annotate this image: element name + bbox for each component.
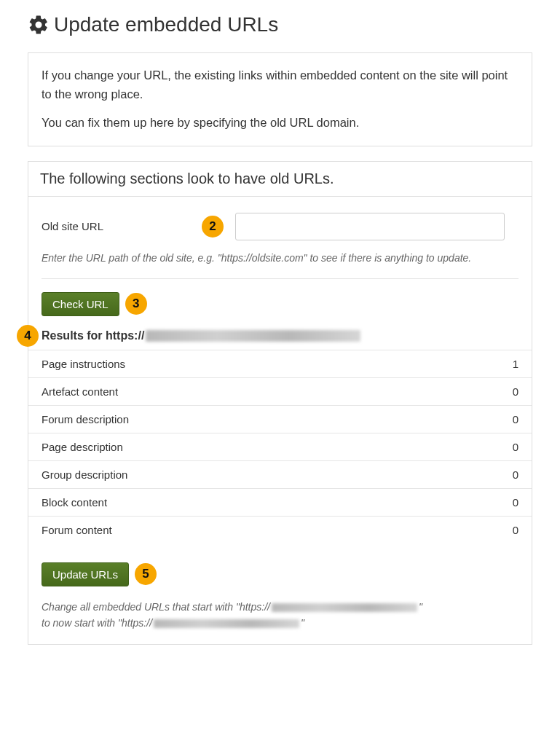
table-row: Artefact content 0 [28,377,532,405]
update-hint-line1b: " [419,601,422,613]
row-label: Group description [42,468,127,481]
table-row: Block content 0 [28,488,532,516]
update-hint-line2a: to now start with "https:// [42,617,152,629]
step-badge-3: 3 [125,293,147,315]
row-label: Artefact content [42,385,118,398]
table-row: Forum description 0 [28,405,532,433]
table-row: Page instructions 1 [28,350,532,377]
results-heading-row: 4 Results for https:// [28,329,532,347]
info-paragraph-2: You can fix them up here by specifying t… [42,114,518,133]
update-hint-line2b: " [301,617,304,629]
old-site-url-label: Old site URL [42,220,202,232]
row-count: 0 [513,524,518,536]
old-urls-section: The following sections look to have old … [28,161,532,645]
page-title-text: Update embedded URLs [54,13,278,36]
old-site-url-hint: Enter the URL path of the old site, e.g.… [42,251,518,265]
row-count: 0 [513,441,518,453]
row-label: Page instructions [42,358,125,370]
info-paragraph-1: If you change your URL, the existing lin… [42,66,518,103]
row-count: 1 [513,358,518,370]
row-count: 0 [513,468,518,481]
redacted-old-url [272,603,417,612]
check-url-row: Check URL 3 [42,292,518,316]
update-urls-button[interactable]: Update URLs [42,562,129,586]
step-badge-2: 2 [202,216,224,238]
section-heading: The following sections look to have old … [28,162,532,197]
results-prefix: Results for https:// [42,329,144,342]
update-block: Update URLs 5 Change all embedded URLs t… [42,543,518,641]
check-url-button[interactable]: Check URL [42,292,119,316]
step-badge-4: 4 [17,325,39,347]
row-label: Forum description [42,413,129,425]
update-url-row: Update URLs 5 [42,562,518,586]
row-count: 0 [513,385,518,398]
results-heading: Results for https:// [28,329,360,342]
redacted-new-url [154,619,299,628]
update-hint: Change all embedded URLs that start with… [42,600,518,631]
update-hint-line1a: Change all embedded URLs that start with… [42,601,270,613]
results-table: Page instructions 1 Artefact content 0 F… [28,350,532,543]
old-site-url-input[interactable] [235,213,505,240]
page-title: Update embedded URLs [28,13,532,36]
row-label: Forum content [42,524,112,536]
row-label: Page description [42,441,123,453]
info-box: If you change your URL, the existing lin… [28,52,532,146]
row-count: 0 [513,496,518,509]
redacted-url [146,330,360,342]
old-site-url-row: Old site URL 2 [42,213,518,240]
table-row: Group description 0 [28,460,532,488]
gear-icon [28,14,50,36]
row-count: 0 [513,413,518,425]
step-badge-5: 5 [135,563,157,585]
row-label: Block content [42,496,107,509]
divider [42,278,518,279]
table-row: Forum content 0 [28,516,532,543]
table-row: Page description 0 [28,433,532,460]
